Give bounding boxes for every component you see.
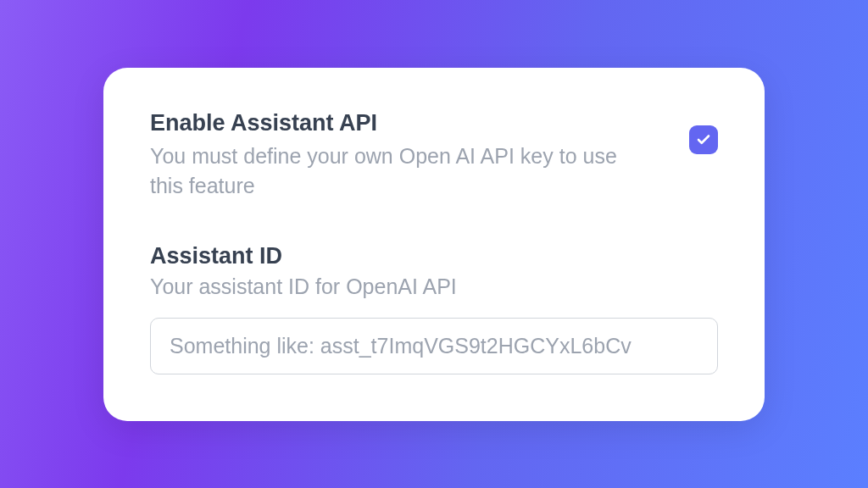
assistant-id-section: Assistant ID Your assistant ID for OpenA…: [150, 243, 718, 374]
assistant-id-description: Your assistant ID for OpenAI API: [150, 274, 718, 299]
enable-assistant-row: Enable Assistant API You must define you…: [150, 110, 718, 201]
check-icon: [696, 132, 711, 147]
settings-card: Enable Assistant API You must define you…: [103, 68, 765, 421]
assistant-id-input[interactable]: [150, 318, 718, 374]
assistant-id-title: Assistant ID: [150, 243, 718, 269]
enable-assistant-checkbox[interactable]: [689, 125, 718, 154]
enable-assistant-title: Enable Assistant API: [150, 110, 655, 136]
enable-assistant-text: Enable Assistant API You must define you…: [150, 110, 689, 201]
enable-assistant-description: You must define your own Open AI API key…: [150, 141, 655, 201]
